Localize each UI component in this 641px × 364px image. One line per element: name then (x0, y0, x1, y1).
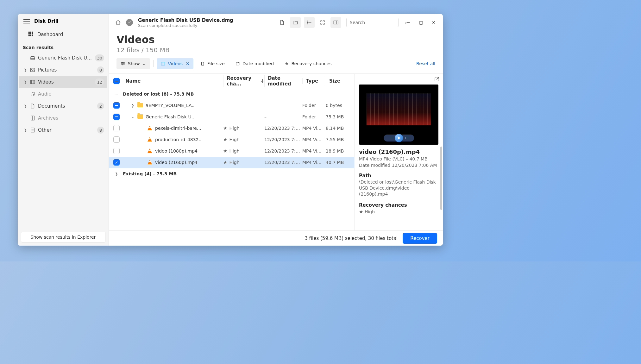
player-controls[interactable] (384, 135, 414, 141)
sidebar: Disk Drill Dashboard Scan results Generi… (18, 14, 109, 246)
folder-icon[interactable] (290, 17, 301, 28)
chevron-right-icon: ❯ (23, 68, 27, 72)
group-row[interactable]: ⌄Deleted or lost (8) - 75.3 MB (109, 88, 354, 100)
svg-rect-39 (161, 62, 165, 65)
sidebar-item-label: Documents (38, 103, 95, 109)
svg-rect-3 (28, 34, 29, 35)
page-subtitle: 12 files / 150 MB (116, 46, 435, 54)
window-minimize[interactable]: ─ (405, 20, 411, 25)
preview-path-label: Path (359, 173, 438, 179)
svg-rect-27 (321, 21, 322, 22)
menu-icon[interactable] (23, 19, 30, 23)
remove-filter-icon[interactable]: ✕ (186, 61, 190, 66)
filter-bar: Show ⌄ Videos ✕ File size Date modified … (109, 58, 443, 73)
sidebar-dashboard[interactable]: Dashboard (18, 28, 109, 41)
sidebar-item[interactable]: ❯ Documents 2 (19, 100, 107, 112)
col-type[interactable]: Type (302, 78, 326, 84)
filter-videos[interactable]: Videos ✕ (157, 58, 193, 69)
sidebar-item-label: Generic Flash Disk USB D... (38, 55, 92, 61)
search-box[interactable]: ⌕ (346, 18, 399, 27)
row-checkbox[interactable] (113, 125, 120, 131)
selection-status: 3 files (59.6 MB) selected, 30 files tot… (305, 235, 398, 241)
recover-button[interactable]: Recover (403, 233, 437, 244)
row-checkbox[interactable] (113, 114, 120, 120)
chevron-down-icon: ⌄ (142, 61, 146, 66)
table-row[interactable]: pexels-dimitri-bare... ★ High 12/20/2023… (109, 122, 354, 134)
sidebar-item[interactable]: Archives (19, 112, 107, 124)
table-row[interactable]: ⌄ Generic Flash Disk U... – Folder 75.3 … (109, 111, 354, 122)
filter-recoverychances[interactable]: ★ Recovery chances (281, 58, 335, 69)
video-thumbnail[interactable] (359, 85, 438, 145)
star-icon: ★ (223, 125, 227, 131)
search-input[interactable] (350, 20, 405, 25)
file-name: $EMPTY_VOLUME_LA.. (144, 103, 223, 108)
app-title: Disk Drill (34, 18, 59, 24)
home-icon[interactable] (113, 18, 123, 27)
show-dropdown[interactable]: Show ⌄ (116, 58, 150, 69)
file-icon[interactable] (277, 18, 287, 27)
preview-rec-label: Recovery chances (359, 202, 438, 208)
select-all-checkbox[interactable] (113, 78, 120, 84)
row-checkbox[interactable] (113, 159, 120, 166)
table-row[interactable]: video (2160p).mp4 ★ High 12/20/2023 7:06… (109, 157, 354, 168)
preview-scrollbar[interactable] (440, 147, 442, 210)
row-checkbox[interactable] (113, 148, 120, 154)
sidebar-item-label: Videos (38, 79, 92, 85)
vlc-icon (148, 137, 152, 141)
svg-point-36 (122, 62, 123, 63)
sort-desc-icon: ↓ (260, 78, 264, 84)
sidebar-item[interactable]: ❯ Videos 12 (19, 76, 107, 88)
sidebar-item[interactable]: ❯ Other 8 (19, 124, 107, 136)
play-icon[interactable] (395, 134, 403, 142)
col-size[interactable]: Size (326, 78, 354, 84)
col-date[interactable]: Date modified (264, 75, 302, 87)
count-badge: 8 (97, 127, 104, 134)
row-checkbox[interactable] (113, 102, 120, 109)
scan-status-icon[interactable] (126, 19, 133, 26)
popout-icon[interactable] (434, 76, 440, 83)
file-table: Name Recovery cha...↓ Date modified Type… (109, 74, 354, 230)
audio-icon (30, 91, 35, 97)
vlc-icon (148, 126, 152, 130)
grid-view-icon[interactable] (318, 18, 327, 27)
sidebar-item[interactable]: Generic Flash Disk USB D... 30 (19, 52, 107, 64)
col-recovery[interactable]: Recovery cha...↓ (223, 75, 264, 87)
window-maximize[interactable]: ▢ (418, 20, 424, 25)
page-title: Videos (116, 34, 435, 46)
svg-rect-42 (236, 62, 239, 65)
other-icon (30, 127, 35, 133)
svg-rect-1 (30, 32, 31, 33)
table-row[interactable]: production_id_4832.. ★ High 12/20/2023 7… (109, 134, 354, 145)
sidebar-item[interactable]: Audio (19, 88, 107, 100)
col-name[interactable]: Name (124, 78, 223, 84)
file-name: video (2160p).mp4 (153, 160, 223, 165)
show-in-explorer-button[interactable]: Show scan results in Explorer (21, 232, 105, 242)
preview-rec-value: ★ High (359, 209, 438, 215)
chevron-right-icon: ❯ (23, 80, 27, 84)
header-title: Generic Flash Disk USB Device.dmg (138, 17, 233, 23)
svg-rect-30 (323, 23, 325, 25)
group-row[interactable]: ❯Existing (4) - 75.3 MB (109, 168, 354, 179)
preview-typeline: MP4 Video File (VLC) – 40.7 MB (359, 156, 438, 161)
reset-all-link[interactable]: Reset all (416, 61, 435, 66)
filter-filesize[interactable]: File size (197, 58, 229, 69)
panel-toggle-icon[interactable] (330, 17, 341, 28)
list-view-icon[interactable] (304, 17, 315, 28)
file-name: pexels-dimitri-bare... (153, 126, 223, 131)
window-close[interactable]: ✕ (431, 20, 437, 25)
star-icon: ★ (223, 160, 227, 165)
star-icon: ★ (223, 148, 227, 154)
file-name: video (1080p).mp4 (153, 148, 223, 154)
chevron-right-icon: ❯ (23, 128, 27, 132)
svg-point-15 (33, 95, 34, 96)
row-checkbox[interactable] (113, 136, 120, 143)
table-row[interactable]: video (1080p).mp4 ★ High 12/20/2023 7:06… (109, 145, 354, 157)
table-row[interactable]: ❯ $EMPTY_VOLUME_LA.. – Folder 0 bytes (109, 100, 354, 111)
svg-point-38 (122, 64, 123, 65)
filter-datemodified[interactable]: Date modified (232, 58, 278, 69)
table-header: Name Recovery cha...↓ Date modified Type… (109, 74, 354, 88)
sidebar-item[interactable]: ❯ Pictures 8 (19, 64, 107, 76)
preview-filename: video (2160p).mp4 (359, 148, 438, 155)
svg-point-23 (307, 22, 308, 23)
sidebar-item-label: Other (38, 127, 95, 133)
